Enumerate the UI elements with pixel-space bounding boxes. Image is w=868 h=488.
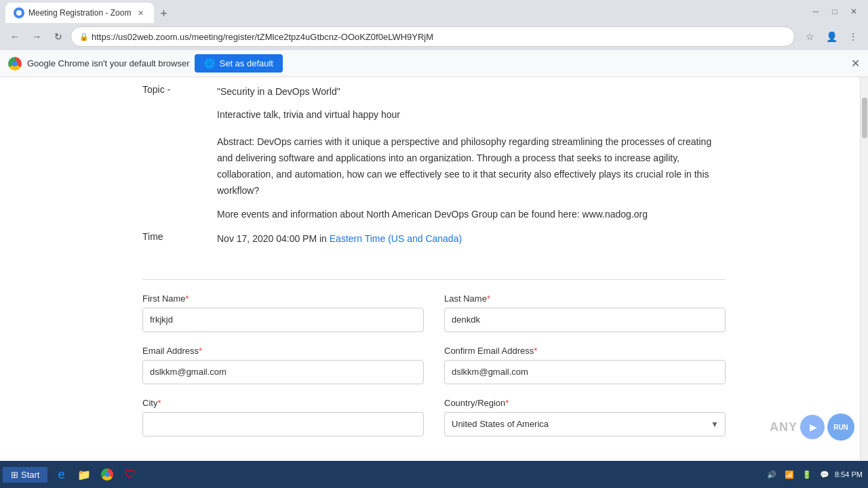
topic-label: Topic - [142,84,197,99]
taskbar-folder-icon[interactable]: 📁 [73,464,95,485]
set-default-button[interactable]: 🌐 Set as default [195,54,283,73]
time-content: Nov 17, 2020 04:00 PM in Eastern Time (U… [217,231,726,246]
email-row: Email Address* Confirm Email Address* [142,346,726,384]
more-info-text: More events and information about North … [217,207,726,223]
windows-icon: ⊞ [11,470,18,480]
time: 8:54 PM [835,470,863,479]
email-label: Email Address* [142,346,424,356]
new-tab-button[interactable]: + [154,4,173,23]
taskbar-ie-icon[interactable]: e [50,464,72,485]
interactive-text: Interactive talk, trivia and virtual hap… [217,107,726,123]
last-name-group: Last Name* [444,293,726,332]
page-area: Topic - "Security in a DevOps World" Int… [0,77,868,461]
content-wrapper: Topic - "Security in a DevOps World" Int… [129,77,739,461]
topic-row: Topic - "Security in a DevOps World" [142,84,726,99]
abstract-text: Abstract: DevOps carries with it unique … [217,134,726,199]
chrome-logo [8,57,22,70]
last-name-label: Last Name* [444,293,726,304]
city-input[interactable] [142,412,424,436]
time-row: Time Nov 17, 2020 04:00 PM in Eastern Ti… [142,231,726,246]
close-button[interactable]: ✕ [845,3,863,20]
profile-icon[interactable]: 👤 [822,27,841,46]
tab-close-button[interactable]: ✕ [135,7,146,18]
taskbar: ⊞ Start e 📁 🛡 🔊 📶 🔋 💬 8:54 PM [0,461,868,488]
last-name-input[interactable] [444,308,726,332]
address-bar-icons: ☆ 👤 ⋮ [800,27,863,46]
confirm-email-label: Confirm Email Address* [444,346,726,356]
scrollbar[interactable] [860,77,868,461]
city-required: * [157,398,161,408]
title-bar: Meeting Registration - Zoom ✕ + ─ □ ✕ [0,0,868,23]
active-tab[interactable]: Meeting Registration - Zoom ✕ [5,3,154,23]
topic-value: "Security in a DevOps World" [217,84,726,99]
first-name-input[interactable] [142,308,424,332]
info-bar: Google Chrome isn't your default browser… [0,50,868,77]
refresh-button[interactable]: ↻ [49,27,68,46]
tab-strip: Meeting Registration - Zoom ✕ + [5,0,807,23]
info-bar-close-icon[interactable]: ✕ [851,57,860,70]
set-default-globe-icon: 🌐 [204,58,215,68]
abstract-body: DevOps carries with it unique a perspect… [217,136,711,195]
tray-network-icon: 🔊 [764,469,779,481]
abstract-heading: Abstract: [217,136,254,147]
taskbar-chrome-icon[interactable] [96,464,118,485]
maximize-button[interactable]: □ [826,3,844,20]
interactive-text-container: Interactive talk, trivia and virtual hap… [217,107,726,123]
time-value: Nov 17, 2020 04:00 PM in [217,233,330,244]
country-select-wrapper: United States of America Canada United K… [444,412,726,436]
name-row: First Name* Last Name* [142,293,726,332]
first-name-label: First Name* [142,293,424,304]
abstract-container: Abstract: DevOps carries with it unique … [217,134,726,223]
start-button[interactable]: ⊞ Start [3,467,47,483]
last-name-required: * [487,293,490,304]
first-name-group: First Name* [142,293,424,332]
confirm-email-required: * [534,346,537,356]
url-bar[interactable]: 🔒 https://us02web.zoom.us/meeting/regist… [71,26,795,47]
tab-favicon [14,7,24,18]
set-default-label: Set as default [219,58,273,68]
email-group: Email Address* [142,346,424,384]
city-label: City* [142,398,424,408]
form-section: First Name* Last Name* [142,293,726,461]
taskbar-items: e 📁 🛡 [50,464,141,485]
back-button[interactable]: ← [5,27,24,46]
country-label: Country/Region* [444,398,726,408]
time-label: Time [142,231,197,246]
scrollbar-thumb[interactable] [862,98,867,138]
watermark-play-icon [800,415,825,439]
tab-title: Meeting Registration - Zoom [28,8,131,18]
forward-button[interactable]: → [27,27,46,46]
window-controls: ─ □ ✕ [807,3,863,20]
address-bar: ← → ↻ 🔒 https://us02web.zoom.us/meeting/… [0,23,868,50]
time-zone-link[interactable]: Eastern Time (US and Canada) [330,233,462,244]
taskbar-antivirus-icon[interactable]: 🛡 [119,464,141,485]
watermark: ANY RUN [770,413,854,441]
url-text: https://us02web.zoom.us/meeting/register… [92,32,786,42]
confirm-email-input[interactable] [444,360,726,384]
tray-volume-icon: 📶 [782,469,797,481]
system-tray: 🔊 📶 🔋 💬 8:54 PM [764,469,865,481]
email-input[interactable] [142,360,424,384]
email-required: * [199,346,202,356]
watermark-run-icon: RUN [827,413,854,441]
info-bar-text: Google Chrome isn't your default browser [27,58,189,68]
country-group: Country/Region* United States of America… [444,398,726,436]
country-required: * [505,398,509,408]
country-select[interactable]: United States of America Canada United K… [444,412,726,436]
tray-notification-icon: 💬 [817,469,832,481]
city-country-row: City* Country/Region* United States of A… [142,398,726,436]
confirm-email-group: Confirm Email Address* [444,346,726,384]
start-label: Start [21,470,39,480]
bookmark-icon[interactable]: ☆ [800,27,819,46]
first-name-required: * [186,293,189,304]
tray-battery-icon: 🔋 [800,469,814,481]
section-divider [142,279,726,280]
page-content: Topic - "Security in a DevOps World" Int… [0,77,868,461]
city-group: City* [142,398,424,436]
topic-section: Topic - "Security in a DevOps World" Int… [142,77,726,266]
watermark-text: ANY [770,420,797,434]
menu-icon[interactable]: ⋮ [844,27,863,46]
clock: 8:54 PM [835,470,863,479]
minimize-button[interactable]: ─ [807,3,825,20]
security-lock-icon: 🔒 [79,33,89,41]
